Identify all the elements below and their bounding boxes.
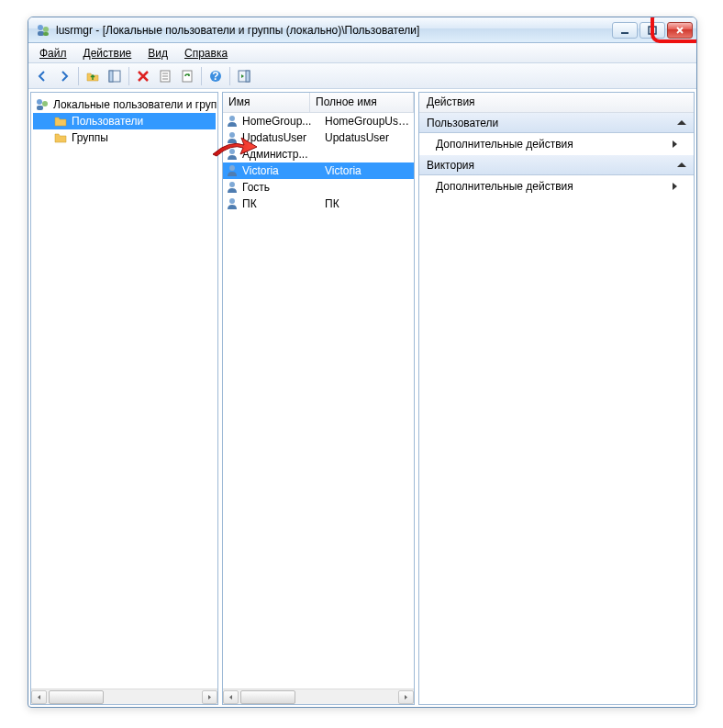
svg-rect-2 [38,31,44,36]
svg-point-21 [229,132,235,138]
list-row[interactable]: Администр... [223,146,414,162]
actions-item-more-1[interactable]: Дополнительные действия [419,133,694,155]
scroll-thumb[interactable] [49,690,104,704]
menubar: Файл Действие Вид Справка [28,43,696,63]
column-name[interactable]: Имя [223,93,310,112]
svg-rect-19 [37,106,43,110]
show-hide-action-pane-button[interactable] [234,66,254,86]
folder-icon [53,114,68,129]
delete-button[interactable] [133,66,153,86]
user-icon [225,163,239,178]
svg-point-24 [229,182,235,187]
list-cell-name: HomeGroup... [242,115,325,128]
list-cell-fullname: HomeGroupUser$ [325,115,414,128]
actions-pane: Действия Пользователи Дополнительные дей… [418,92,695,705]
up-folder-button[interactable] [83,66,103,86]
actions-item-label: Дополнительные действия [436,180,573,193]
user-icon [225,196,239,211]
tree-item-groups[interactable]: Группы [33,129,216,146]
body: Локальные пользователи и группы Пользова… [28,89,696,707]
collapse-icon [677,162,686,167]
folder-icon [53,130,68,145]
list-cell-fullname: ПК [325,197,414,210]
user-icon [225,114,239,129]
tree-root[interactable]: Локальные пользователи и группы [33,96,216,113]
svg-rect-5 [649,27,656,34]
tree-users-label: Пользователи [72,115,143,128]
properties-button[interactable] [155,66,175,86]
window: lusrmgr - [Локальные пользователи и груп… [28,17,697,708]
collapse-icon [677,120,686,125]
scroll-thumb[interactable] [240,690,295,704]
actions-item-label: Дополнительные действия [436,138,573,151]
menu-view[interactable]: Вид [140,45,175,62]
svg-point-22 [229,149,235,154]
titlebar: lusrmgr - [Локальные пользователи и груп… [28,17,696,43]
tree-item-users[interactable]: Пользователи [33,113,216,129]
back-button[interactable] [32,66,52,86]
close-button[interactable] [667,22,693,39]
actions-section-selected-label: Виктория [427,159,474,172]
svg-point-20 [229,116,235,121]
help-button[interactable]: ? [206,66,226,86]
scroll-left-icon[interactable] [31,690,47,704]
list-cell-name: ПК [242,197,325,210]
svg-point-18 [42,101,48,106]
show-hide-tree-button[interactable] [105,66,125,86]
user-icon [225,130,239,145]
actions-section-users-label: Пользователи [427,117,498,129]
tree-groups-label: Группы [72,131,108,144]
list-hscrollbar[interactable] [223,689,414,704]
user-icon [225,180,239,195]
list-cell-name: Гость [242,181,325,194]
actions-item-more-2[interactable]: Дополнительные действия [419,175,694,197]
list-row[interactable]: HomeGroup...HomeGroupUser$ [223,113,414,129]
list-row[interactable]: UpdatusUserUpdatusUser [223,129,414,146]
column-fullname[interactable]: Полное имя [310,93,414,112]
svg-rect-4 [621,32,628,34]
chevron-right-icon [673,183,677,190]
menu-action[interactable]: Действие [76,45,139,62]
svg-rect-16 [246,71,250,82]
svg-point-23 [229,165,235,171]
svg-rect-12 [183,71,192,82]
toolbar-separator [78,67,79,85]
svg-point-1 [43,27,49,32]
maximize-button[interactable] [640,22,665,39]
tree-root-label: Локальные пользователи и группы [53,98,217,111]
list-cell-name: Victoria [242,164,325,177]
svg-text:?: ? [212,70,218,83]
list-body: HomeGroup...HomeGroupUser$UpdatusUserUpd… [223,113,414,689]
window-title: lusrmgr - [Локальные пользователи и груп… [56,24,612,37]
chevron-right-icon [673,140,677,148]
actions-section-selected[interactable]: Виктория [419,155,694,175]
scroll-right-icon[interactable] [398,690,414,704]
menu-file[interactable]: Файл [32,45,74,62]
forward-button[interactable] [54,66,74,86]
list-header: Имя Полное имя [223,93,414,113]
scroll-right-icon[interactable] [202,690,217,704]
toolbar-separator [128,67,129,85]
scroll-left-icon[interactable] [223,690,239,704]
tree-pane: Локальные пользователи и группы Пользова… [30,92,218,705]
minimize-button[interactable] [612,22,638,39]
app-icon [36,23,50,38]
menu-help[interactable]: Справка [177,45,235,62]
toolbar-separator [229,67,230,85]
toolbar: ? [28,63,696,89]
refresh-button[interactable] [177,66,197,86]
svg-rect-3 [43,32,49,36]
list-row[interactable]: VictoriaVictoria [223,162,414,179]
list-cell-name: UpdatusUser [242,131,325,144]
list-row[interactable]: ПКПК [223,196,414,212]
list-row[interactable]: Гость [223,179,414,196]
list-cell-fullname: UpdatusUser [325,131,414,144]
actions-section-users[interactable]: Пользователи [419,113,694,133]
tree-hscrollbar[interactable] [31,689,217,704]
list-cell-fullname: Victoria [325,164,414,177]
list-cell-name: Администр... [242,148,325,161]
svg-point-25 [229,198,235,204]
user-icon [225,147,239,162]
toolbar-separator [201,67,202,85]
svg-rect-7 [109,71,113,82]
